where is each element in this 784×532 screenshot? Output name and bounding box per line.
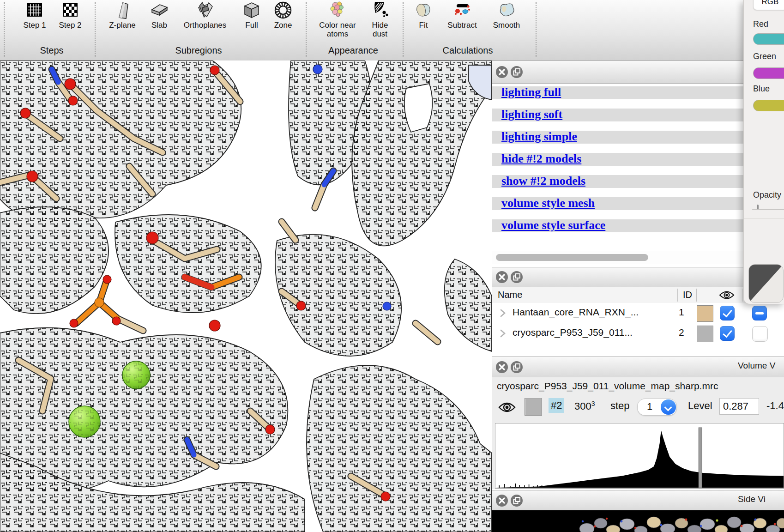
model-select-checkbox[interactable] [752,306,767,320]
chevron-right-icon[interactable] [500,329,506,340]
link-row: show #!2 models [492,175,784,188]
level-input[interactable] [719,398,759,415]
blue-slider[interactable] [753,100,784,111]
model-table-header: Name ID [492,287,784,304]
zone-icon [274,1,292,19]
toolbar-separator [4,2,5,57]
fit-icon [414,1,433,19]
table-row-model-1[interactable]: Hantaan_core_RNA_RXN_... 1 [492,303,784,323]
close-icon[interactable] [496,271,508,283]
toolbar-button-step2[interactable]: Step 2 [43,0,97,30]
column-header-id: ID [683,290,692,300]
color-picker-panel: RGB Red Green Blue Opacity [743,0,784,304]
eye-icon[interactable] [498,401,516,417]
toolbar-button-smooth[interactable]: Smooth [480,0,533,30]
density-mesh-blobs [0,60,492,532]
model-name: Hantaan_core_RNA_RXN_... [513,307,639,318]
toolbar-section-appearance: Appearance [328,45,378,56]
link-lighting-full[interactable]: lighting full [501,85,561,99]
opacity-slider-track[interactable] [752,209,784,210]
slab-icon [150,1,169,19]
green-slider-label: Green [753,52,776,61]
toolbar-section-subregions: Subregions [175,45,222,56]
column-divider [742,289,742,302]
color-near-atoms-icon [328,1,347,19]
volume-model-id: #2 [549,398,564,413]
step-label: step [610,400,630,412]
model-color-swatch[interactable] [697,326,713,342]
link-row: hide #!2 models [492,153,784,166]
link-show-models[interactable]: show #!2 models [501,174,585,188]
model-id: 2 [679,327,684,338]
toolbar-separator [536,2,537,57]
link-hide-models[interactable]: hide #!2 models [501,152,581,166]
chevron-down-icon [661,399,676,415]
volume-grid-size: 3003 [574,400,595,412]
model-shown-checkbox[interactable] [720,306,735,320]
blue-slider-label: Blue [753,84,770,94]
undock-icon[interactable] [511,361,523,373]
volume-histogram[interactable] [495,423,784,489]
toolbar-section-calculations: Calculations [443,45,493,56]
horizontal-scrollbar[interactable] [492,251,784,264]
grid-checker-icon [61,1,79,19]
divider [744,218,784,219]
level-marker-handle[interactable] [699,428,702,488]
column-divider [677,289,678,302]
column-header-name: Name [498,290,522,300]
model-id: 1 [679,307,684,318]
column-divider [696,289,697,302]
side-view-scene [492,510,784,532]
volume-viewer-title: Volume V [738,361,784,373]
link-row: lighting full [492,86,784,99]
link-row: volume style mesh [492,197,784,210]
orthoplanes-icon [196,1,214,19]
eye-icon [719,290,735,302]
link-row: lighting soft [492,109,784,121]
step-value: 1 [638,401,662,413]
link-volume-style-mesh[interactable]: volume style mesh [501,196,595,210]
toolbar-section-steps: Steps [40,45,63,56]
range-min-value: -1.4 [766,400,784,412]
smooth-icon [497,1,516,19]
scrollbar-thumb[interactable] [496,254,648,261]
side-view-title: Side Vi [738,494,784,506]
red-slider[interactable] [753,33,784,45]
link-lighting-simple[interactable]: lighting simple [501,130,577,144]
close-icon[interactable] [496,361,508,373]
z-plane-icon [113,1,132,19]
model-shown-checkbox[interactable] [720,326,735,341]
toolbar-button-zone[interactable]: Zone [256,0,310,30]
rgb-mode-button[interactable]: RGB [753,0,784,10]
toolbar: Step 1 Step 2 Steps Z-plane Slab [0,0,784,61]
step-dropdown[interactable]: 1 [637,399,677,416]
model-color-swatch[interactable] [697,305,713,322]
undock-icon[interactable] [511,271,523,283]
hide-dust-icon [371,1,389,19]
opacity-label: Opacity [753,190,781,200]
side-view-canvas[interactable] [492,510,784,532]
table-row-model-2[interactable]: cryosparc_P953_J59_011... 2 [492,323,784,344]
chevron-right-icon[interactable] [500,308,506,320]
link-lighting-soft[interactable]: lighting soft [501,108,562,121]
link-volume-style-surface[interactable]: volume style surface [501,218,605,232]
volume-color-button[interactable] [525,398,542,416]
model-select-checkbox[interactable] [752,326,768,342]
link-row: lighting simple [492,131,784,144]
undock-icon[interactable] [511,495,523,507]
level-label: Level [688,400,712,412]
small-density-blob [404,84,433,132]
link-row: volume style surface [492,219,784,232]
grid-full-icon [25,1,44,19]
model-panel-header [492,267,784,287]
links-panel-header [492,60,784,84]
viewport-3d[interactable] [0,60,492,532]
close-icon[interactable] [496,66,508,78]
close-icon[interactable] [496,495,508,507]
subtract-icon [453,1,471,19]
current-color-well[interactable] [748,264,784,303]
green-slider[interactable] [753,67,784,79]
red-slider-label: Red [753,19,768,29]
undock-icon[interactable] [511,66,523,78]
toolbar-button-orthoplanes[interactable]: Orthoplanes [178,0,232,30]
